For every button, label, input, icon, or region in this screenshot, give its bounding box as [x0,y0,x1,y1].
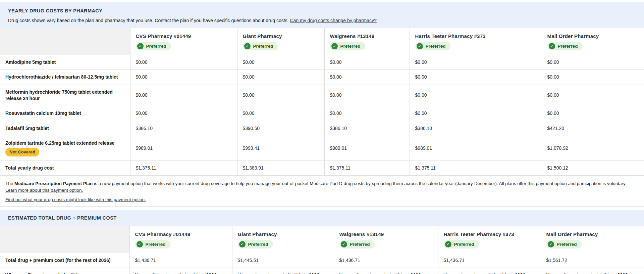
payment-plan-note-text: is a new payment option that works with … [93,181,626,186]
value-cell: $1,078.92 [542,136,644,161]
value-cell: $989.01 [324,136,410,161]
row-label-cell: When you'll meet your deductible [0,268,129,274]
check-circle-icon: ✓ [331,43,338,49]
row-label: When you'll meet your deductible [5,272,124,274]
value-cell: You won't meet your deductible in 2026 [541,268,644,274]
yearly-section-description: Drug costs shown vary based on the plan … [8,18,636,23]
preferred-badge-label: Preferred [253,44,273,49]
value-cell: $0.00 [324,70,410,85]
yearly-section-title: YEARLY DRUG COSTS BY PHARMACY [8,8,636,13]
preferred-badge-label: Preferred [146,44,166,49]
value-cell: $0.00 [410,55,542,70]
value-cell: $0.00 [237,55,324,70]
table-row: Total drug + premium cost (for the rest … [0,253,644,268]
pharmacy-name: CVS Pharmacy #01449 [135,231,227,237]
value-cell: $1,375.11 [324,161,410,176]
value-cell: $1,500.12 [542,161,644,176]
preferred-badge: ✓Preferred [238,240,273,248]
value-cell: $0.00 [410,106,542,121]
table-row: Rosuvastatin calcium 10mg tablet$0.00$0.… [0,106,644,121]
yearly-drug-costs-table: CVS Pharmacy #01449✓PreferredGiant Pharm… [0,28,644,176]
row-label: Total yearly drug cost [5,165,125,171]
value-cell: $386.10 [324,121,410,136]
table-corner-cell [0,28,130,55]
pharmacy-header: CVS Pharmacy #01449✓Preferred [129,226,232,253]
value-cell: $0.00 [324,55,410,70]
preferred-badge-label: Preferred [454,242,474,247]
estimated-total-table: CVS Pharmacy #01449✓PreferredGiant Pharm… [0,226,644,274]
pharmacy-name: Walgreens #13149 [339,231,433,237]
row-label: Metformin hydrochloride 750mg tablet ext… [5,89,125,102]
not-covered-badge: Not Covered [5,148,39,156]
pharmacy-header: Giant Pharmacy✓Preferred [237,28,324,55]
check-circle-icon: ✓ [445,241,451,247]
table-row: Tadalafil 5mg tablet$386.10$390.50$386.1… [0,121,644,136]
pharmacy-name: Giant Pharmacy [243,33,319,39]
pharmacy-header: Mail Order Pharmacy✓Preferred [541,226,644,253]
pharmacy-header: Walgreens #13149✓Preferred [324,28,410,55]
value-cell: $0.00 [130,55,237,70]
value-cell: $0.00 [410,85,542,106]
value-cell: $1,375.11 [410,161,542,176]
preferred-badge: ✓Preferred [136,42,171,50]
value-cell: $1,436.71 [129,253,232,268]
drug-costs-change-link[interactable]: Can my drug costs change by pharmacy? [290,18,377,23]
row-label-cell: Total drug + premium cost (for the rest … [0,253,129,268]
row-label-cell: Metformin hydrochloride 750mg tablet ext… [0,85,130,106]
value-cell: You won't meet your deductible in 2026 [438,268,541,274]
pharmacy-header: CVS Pharmacy #01449✓Preferred [130,28,237,55]
pharmacy-header: Giant Pharmacy✓Preferred [232,226,334,253]
find-out-row: Find out what your drug costs might look… [0,194,644,207]
value-cell: $1,561.72 [541,253,644,268]
table-row: When you'll meet your deductibleYou won'… [0,268,644,274]
row-label: Tadalafil 5mg tablet [5,125,125,132]
value-cell: You won't meet your deductible in 2026 [334,268,438,274]
pharmacy-name: Harris Teeter Pharmacy #373 [444,231,535,237]
value-cell: $0.00 [324,85,410,106]
table-corner-cell [0,226,129,253]
estimated-section-title: ESTIMATED TOTAL DRUG + PREMIUM COST [8,215,636,221]
table-row: Total yearly drug cost$1,375.11$1,383.91… [0,161,644,176]
pharmacy-name: Giant Pharmacy [238,231,328,237]
value-cell: $386.10 [410,121,542,136]
row-label-cell: Rosuvastatin calcium 10mg tablet [0,106,130,121]
value-cell: $1,375.11 [130,161,237,176]
value-cell: $0.00 [542,106,644,121]
table-row: Hydrochlorothiazide / telmisartan 80-12.… [0,70,644,85]
preferred-badge: ✓Preferred [330,42,365,50]
learn-more-payment-option-link[interactable]: Learn more about this payment option. [5,188,83,193]
value-cell: $0.00 [237,85,324,106]
find-out-drug-costs-link[interactable]: Find out what your drug costs might look… [5,197,146,202]
value-cell: $1,383.91 [237,161,324,176]
value-cell: $0.00 [542,55,644,70]
check-circle-icon: ✓ [137,241,143,247]
table-row: Zolpidem tartrate 6.25mg tablet extended… [0,136,644,161]
preferred-badge: ✓Preferred [243,42,278,50]
value-cell: $0.00 [130,85,237,106]
value-cell: $0.00 [130,70,237,85]
pharmacy-header-row: CVS Pharmacy #01449✓PreferredGiant Pharm… [0,226,644,253]
value-cell: $1,436.71 [334,253,438,268]
row-label: Total drug + premium cost (for the rest … [5,257,124,264]
check-circle-icon: ✓ [244,43,251,49]
value-cell: You won't meet your deductible in 2026 [232,268,334,274]
preferred-badge: ✓Preferred [135,240,170,248]
value-cell: $0.00 [237,70,324,85]
pharmacy-header: Harris Teeter Pharmacy #373✓Preferred [410,28,542,55]
pharmacy-name: Walgreens #13149 [330,33,404,39]
preferred-badge: ✓Preferred [547,42,583,50]
preferred-badge: ✓Preferred [444,240,479,248]
preferred-badge-label: Preferred [146,242,166,247]
value-cell: $0.00 [542,70,644,85]
value-cell: $989.01 [130,136,237,161]
preferred-badge: ✓Preferred [339,240,375,248]
value-cell: $421.20 [542,121,644,136]
value-cell: $386.10 [130,121,237,136]
value-cell: $0.00 [410,70,542,85]
payment-plan-note: The Medicare Prescription Payment Plan i… [0,176,644,193]
preferred-badge-label: Preferred [340,44,361,49]
check-circle-icon: ✓ [137,43,144,49]
payment-plan-name: Medicare Prescription Payment Plan [14,181,93,186]
row-label: Hydrochlorothiazide / telmisartan 80-12.… [5,74,125,80]
pharmacy-header: Harris Teeter Pharmacy #373✓Preferred [438,226,541,253]
